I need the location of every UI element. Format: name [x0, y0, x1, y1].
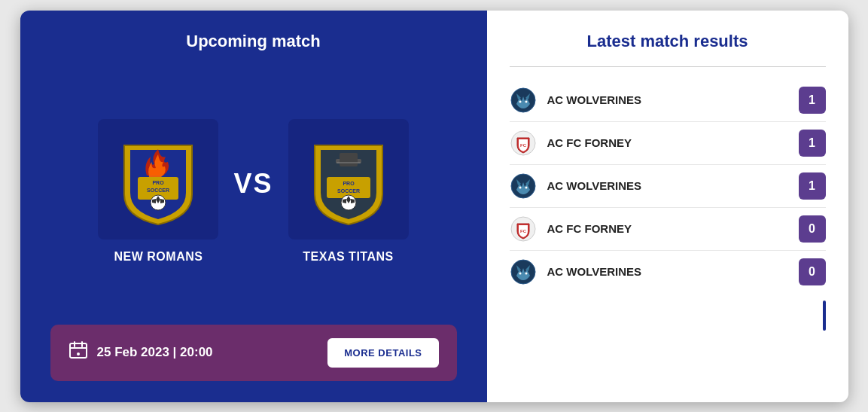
svg-text:PRO: PRO: [153, 180, 165, 185]
main-card: Upcoming match: [20, 11, 848, 402]
match-date: 25 Feb 2023 | 20:00: [69, 340, 213, 365]
match-date-text: 25 Feb 2023 | 20:00: [97, 345, 213, 360]
svg-point-17: [519, 100, 521, 102]
wolverines-icon: [510, 258, 537, 285]
wolverines-icon: [510, 87, 537, 114]
match-info-bar: 25 Feb 2023 | 20:00 MORE DETAILS: [50, 325, 457, 381]
wolverines-icon: [510, 172, 537, 200]
svg-rect-11: [70, 343, 87, 358]
team2-block: PRO SOCCER TEXAS TITANS: [288, 119, 409, 264]
latest-results-panel: Latest match results AC WOLVERINES1 FC A…: [487, 11, 848, 402]
calendar-icon: [69, 340, 88, 365]
svg-text:SOCCER: SOCCER: [337, 188, 360, 194]
svg-text:SOCCER: SOCCER: [148, 188, 170, 193]
svg-rect-6: [337, 162, 361, 163]
results-title: Latest match results: [510, 32, 826, 51]
result-team-name: AC FC FORNEY: [547, 222, 788, 235]
result-row: FC AC FC FORNEY0: [510, 208, 826, 251]
forney-icon: FC: [510, 215, 537, 243]
vs-label: VS: [233, 168, 273, 200]
result-team-name: AC WOLVERINES: [547, 179, 788, 192]
results-list: AC WOLVERINES1 FC AC FC FORNEY1 AC WOLVE…: [510, 79, 826, 293]
forney-icon: FC: [510, 130, 537, 157]
svg-text:FC: FC: [520, 229, 527, 233]
svg-point-27: [519, 272, 521, 274]
team1-block: PRO SOCCER NEW ROMANS: [98, 119, 218, 264]
result-team-name: AC FC FORNEY: [547, 136, 788, 149]
upcoming-match-title: Upcoming match: [50, 32, 457, 51]
team1-name: NEW ROMANS: [114, 250, 203, 264]
scrollbar-indicator[interactable]: [823, 301, 826, 331]
svg-text:FC: FC: [520, 143, 527, 148]
score-badge: 0: [799, 215, 826, 243]
result-row: FC AC FC FORNEY1: [510, 122, 826, 165]
score-badge: 1: [799, 87, 826, 114]
team1-logo: PRO SOCCER: [98, 119, 218, 240]
result-row: AC WOLVERINES1: [510, 165, 826, 208]
score-badge: 1: [799, 130, 826, 157]
result-row: AC WOLVERINES1: [510, 79, 826, 122]
svg-point-18: [525, 100, 527, 102]
result-row: AC WOLVERINES0: [510, 251, 826, 293]
svg-point-22: [519, 186, 521, 188]
svg-point-15: [77, 352, 80, 356]
teams-section: PRO SOCCER NEW ROMANS VS: [50, 74, 457, 310]
upcoming-match-panel: Upcoming match: [20, 11, 487, 402]
team2-name: TEXAS TITANS: [303, 250, 393, 264]
score-badge: 0: [799, 258, 826, 285]
title-divider: [510, 66, 826, 67]
more-details-button[interactable]: MORE DETAILS: [327, 338, 438, 368]
svg-text:PRO: PRO: [343, 181, 355, 186]
score-badge: 1: [799, 172, 826, 200]
svg-point-23: [525, 186, 527, 188]
result-team-name: AC WOLVERINES: [547, 265, 788, 278]
svg-point-28: [525, 272, 527, 274]
result-team-name: AC WOLVERINES: [547, 93, 788, 106]
svg-rect-5: [340, 153, 358, 166]
team2-logo: PRO SOCCER: [288, 119, 409, 240]
